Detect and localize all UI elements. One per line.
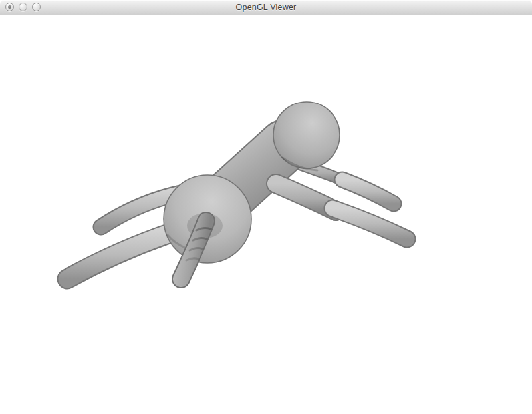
window-controls xyxy=(5,3,41,11)
opengl-viewport[interactable] xyxy=(0,15,532,414)
opengl-viewer-window: OpenGL Viewer xyxy=(0,0,532,414)
creature-model xyxy=(67,102,407,279)
titlebar[interactable]: OpenGL Viewer xyxy=(0,0,532,15)
window-title: OpenGL Viewer xyxy=(0,3,532,12)
close-button[interactable] xyxy=(5,3,14,11)
zoom-button[interactable] xyxy=(32,3,41,11)
modified-dot-icon xyxy=(8,5,11,9)
rear-left-leg xyxy=(67,230,178,279)
viewport-canvas[interactable] xyxy=(0,15,532,414)
minimize-button[interactable] xyxy=(19,3,27,11)
